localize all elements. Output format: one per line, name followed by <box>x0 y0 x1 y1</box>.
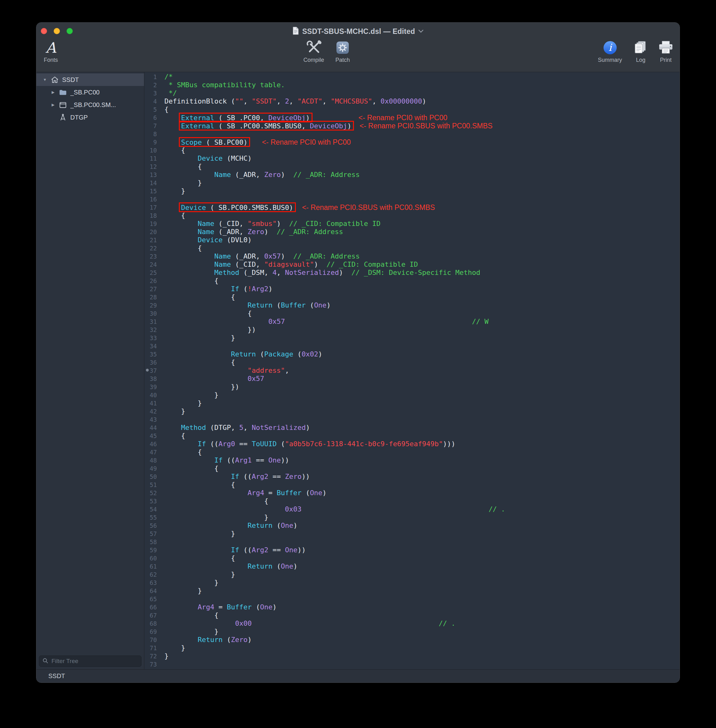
code-line: 39 }) <box>144 383 680 391</box>
code-line: 9 Scope (_SB.PC00)<- Rename PCI0 with PC… <box>144 138 680 146</box>
sidebar-item-sb-pc00[interactable]: ▶_SB.PC00 <box>36 86 144 99</box>
code-line: 54 0x03 // . <box>144 505 680 513</box>
filter-field[interactable] <box>39 655 141 667</box>
line-number: 43 <box>144 416 161 424</box>
code-text <box>161 660 164 668</box>
disclosure-right-icon[interactable]: ▶ <box>49 103 57 107</box>
rename-annotation: <- Rename PCI0.SBUS with PC00.SMBS <box>360 122 493 130</box>
code-line: 68 0x00 // . <box>144 619 680 628</box>
line-number: 23 <box>144 252 161 261</box>
code-line: 7 External (_SB_.PC00.SMBS.BUS0, DeviceO… <box>144 122 680 130</box>
code-line: 60 { <box>144 554 680 562</box>
code-line: 8 <box>144 130 680 138</box>
code-text: { <box>161 358 235 367</box>
code-text <box>161 342 164 350</box>
code-line: 59 If ((Arg2 == One)) <box>144 546 680 554</box>
line-number: 15 <box>144 187 161 195</box>
line-number: 64 <box>144 587 161 595</box>
line-number: 19 <box>144 220 161 228</box>
code-line: 72} <box>144 652 680 660</box>
line-number: 29 <box>144 301 161 309</box>
patch-button[interactable]: Patch <box>335 39 350 64</box>
code-text: { <box>161 554 235 562</box>
code-text: Return (Buffer (One) <box>161 301 331 309</box>
code-line: 63 } <box>144 579 680 587</box>
code-line: 21 Device (DVL0) <box>144 236 680 244</box>
patch-icon <box>335 39 350 56</box>
disclosure-down-icon[interactable]: ▼ <box>41 77 49 82</box>
fonts-button[interactable]: A Fonts <box>44 39 58 64</box>
code-line: 62 } <box>144 570 680 579</box>
summary-button[interactable]: i Summary <box>598 39 622 64</box>
line-number: 11 <box>144 155 161 162</box>
line-number: 41 <box>144 399 161 407</box>
code-text: { <box>161 309 252 317</box>
code-line: 67 { <box>144 611 680 619</box>
code-line: 22 { <box>144 244 680 252</box>
compile-button[interactable]: Compile <box>303 39 324 64</box>
rename-highlight-box: Scope (_SB.PC00) <box>181 138 247 146</box>
line-number: 27 <box>144 285 161 293</box>
line-number: 5 <box>144 105 161 114</box>
disclosure-right-icon[interactable]: ▶ <box>49 90 57 94</box>
line-number: 22 <box>144 244 161 252</box>
code-line: 15 } <box>144 187 680 195</box>
code-text: Return (Zero) <box>161 636 252 644</box>
code-text: DefinitionBlock ("", "SSDT", 2, "ACDT", … <box>161 97 426 105</box>
code-text: } <box>161 513 268 522</box>
code-text: External (_SB_.PC00.SMBS.BUS0, DeviceObj… <box>161 122 493 130</box>
code-text <box>161 595 164 603</box>
rename-highlight-box: Device (_SB.PC00.SMBS.BUS0) <box>181 204 293 211</box>
code-text: If ((Arg2 == Zero)) <box>161 473 310 481</box>
line-number: 53 <box>144 497 161 505</box>
code-text: }) <box>161 326 256 334</box>
code-line: 33 } <box>144 334 680 342</box>
line-number: 42 <box>144 407 161 416</box>
code-text: Return (One) <box>161 562 297 570</box>
code-text <box>161 130 164 138</box>
code-text: Scope (_SB.PC00)<- Rename PCI0 with PC00 <box>161 138 351 146</box>
code-text: } <box>161 334 235 342</box>
code-text: { <box>161 432 185 440</box>
code-line: 6 External (_SB_.PC00, DeviceObj)<- Rena… <box>144 114 680 122</box>
print-button[interactable]: Print <box>658 39 674 64</box>
code-line: 40 } <box>144 391 680 399</box>
log-button[interactable]: Log <box>633 39 648 64</box>
code-text: } <box>161 179 202 187</box>
code-text: } <box>161 570 235 579</box>
code-line: 13 Name (_ADR, Zero) // _ADR: Address <box>144 171 680 179</box>
code-text: } <box>161 530 235 538</box>
window-title: SSDT-SBUS-MCHC.dsl — Edited <box>302 27 415 36</box>
code-text: } <box>161 391 218 399</box>
line-number: 54 <box>144 505 161 513</box>
line-number: 45 <box>144 432 161 440</box>
line-number: 6 <box>144 114 161 122</box>
line-number: 39 <box>144 383 161 391</box>
sidebar-item-dtgp[interactable]: DTGP <box>36 111 144 124</box>
home-icon <box>49 76 60 84</box>
compass-icon <box>57 113 68 122</box>
code-editor[interactable]: 1/*2 * SMBus compatibility table.3 */4De… <box>144 72 680 669</box>
code-text: }) <box>161 383 239 391</box>
code-line: 71 } <box>144 644 680 652</box>
line-number: 60 <box>144 554 161 562</box>
code-line: 38 0x57 <box>144 375 680 383</box>
sidebar-item-ssdt[interactable]: ▼SSDT <box>36 73 144 86</box>
code-line: 53 { <box>144 497 680 505</box>
code-text: { <box>161 162 202 171</box>
code-line: 32 }) <box>144 326 680 334</box>
filter-input[interactable] <box>51 657 138 665</box>
sidebar-item-sb-pc00-sm[interactable]: ▶_SB.PC00.SM... <box>36 99 144 111</box>
line-number: 70 <box>144 636 161 644</box>
line-number: 17 <box>144 203 161 211</box>
code-text: } <box>161 407 185 416</box>
line-number: 2 <box>144 81 161 89</box>
chevron-down-icon[interactable] <box>418 29 423 34</box>
line-number: 44 <box>144 424 161 432</box>
line-number: 48 <box>144 456 161 464</box>
line-number: 72 <box>144 652 161 660</box>
code-text: { <box>161 448 202 456</box>
summary-label: Summary <box>598 57 622 64</box>
document-proxy-icon[interactable] <box>293 27 299 36</box>
code-text: Name (_CID, "diagsvault") // _CID: Compa… <box>161 261 418 268</box>
